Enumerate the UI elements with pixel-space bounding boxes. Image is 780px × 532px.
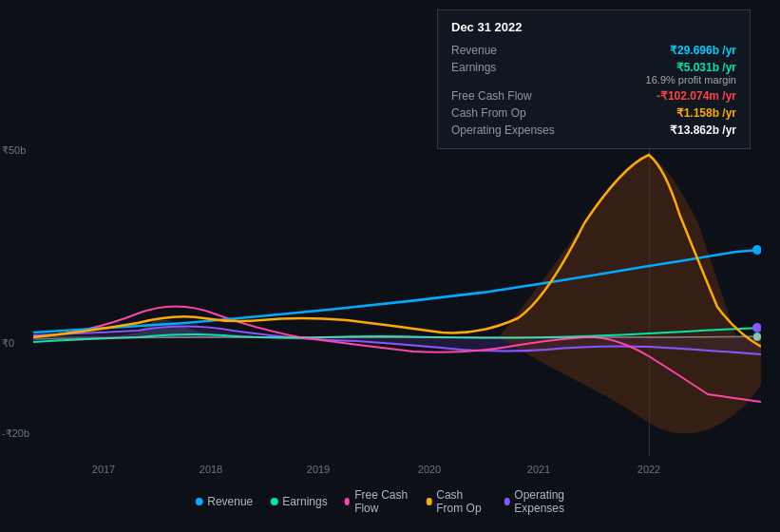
tooltip-revenue-value: ₹29.696b /yr bbox=[670, 44, 736, 57]
tooltip-revenue-row: Revenue ₹29.696b /yr bbox=[451, 42, 736, 59]
svg-point-2 bbox=[752, 323, 761, 332]
tooltip-cashop-label: Cash From Op bbox=[451, 106, 575, 120]
tooltip-opex-label: Operating Expenses bbox=[451, 124, 575, 137]
x-label-2022: 2022 bbox=[637, 464, 660, 475]
chart-svg bbox=[33, 147, 761, 442]
tooltip-fcf-row: Free Cash Flow -₹102.074m /yr bbox=[451, 87, 736, 104]
legend-revenue[interactable]: Revenue bbox=[195, 495, 253, 508]
tooltip-date: Dec 31 2022 bbox=[451, 20, 736, 34]
x-label-2021: 2021 bbox=[527, 464, 550, 475]
svg-point-1 bbox=[752, 245, 761, 255]
legend-opex-label: Operating Expenses bbox=[514, 488, 584, 515]
x-label-2017: 2017 bbox=[92, 464, 115, 475]
chart-legend: Revenue Earnings Free Cash Flow Cash Fro… bbox=[195, 488, 585, 515]
tooltip-box: Dec 31 2022 Revenue ₹29.696b /yr Earning… bbox=[437, 10, 751, 149]
x-label-2019: 2019 bbox=[307, 464, 330, 475]
tooltip-opex-row: Operating Expenses ₹13.862b /yr bbox=[451, 122, 736, 139]
tooltip-opex-value: ₹13.862b /yr bbox=[670, 124, 736, 137]
legend-opex-dot bbox=[504, 498, 509, 505]
legend-cashop[interactable]: Cash From Op bbox=[427, 488, 487, 515]
tooltip-earnings-value: ₹5.031b /yr bbox=[676, 61, 736, 74]
tooltip-cashop-value: ₹1.158b /yr bbox=[676, 106, 736, 120]
legend-revenue-dot bbox=[195, 498, 202, 505]
tooltip-fcf-value: -₹102.074m /yr bbox=[656, 89, 736, 103]
legend-fcf-label: Free Cash Flow bbox=[354, 488, 409, 515]
legend-earnings-label: Earnings bbox=[282, 495, 327, 508]
legend-opex[interactable]: Operating Expenses bbox=[504, 488, 585, 515]
legend-fcf[interactable]: Free Cash Flow bbox=[345, 488, 409, 515]
tooltip-profit-margin: 16.9% profit margin bbox=[451, 74, 736, 87]
tooltip-earnings-label: Earnings bbox=[451, 61, 575, 74]
legend-earnings[interactable]: Earnings bbox=[270, 495, 327, 508]
y-label-50b: ₹50b bbox=[2, 144, 26, 157]
svg-point-4 bbox=[753, 333, 761, 341]
chart-container: Dec 31 2022 Revenue ₹29.696b /yr Earning… bbox=[0, 0, 780, 532]
tooltip-revenue-label: Revenue bbox=[451, 44, 575, 57]
x-label-2020: 2020 bbox=[418, 464, 441, 475]
x-label-2018: 2018 bbox=[200, 464, 222, 475]
legend-earnings-dot bbox=[270, 498, 277, 505]
tooltip-fcf-label: Free Cash Flow bbox=[451, 89, 575, 103]
tooltip-cashop-row: Cash From Op ₹1.158b /yr bbox=[451, 104, 736, 122]
y-label-neg20b: -₹20b bbox=[2, 428, 29, 440]
legend-revenue-label: Revenue bbox=[207, 495, 253, 508]
legend-cashop-label: Cash From Op bbox=[436, 488, 487, 515]
legend-cashop-dot bbox=[427, 498, 431, 505]
y-label-0: ₹0 bbox=[2, 337, 14, 350]
legend-fcf-dot bbox=[345, 498, 350, 505]
